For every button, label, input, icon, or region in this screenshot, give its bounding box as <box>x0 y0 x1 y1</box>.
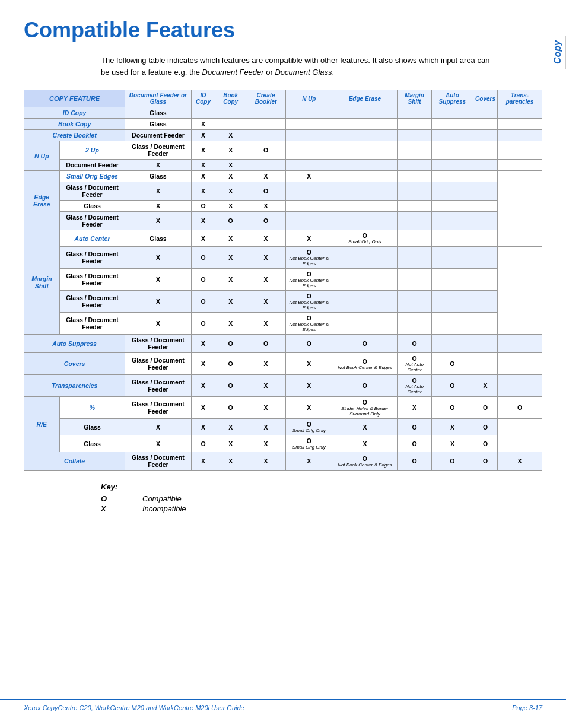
cell-value: X <box>246 435 285 452</box>
cell-value: O <box>246 335 285 353</box>
cell-value <box>473 212 498 230</box>
col-header-margin-shift: Margin Shift <box>398 90 431 107</box>
cell-value <box>191 107 215 119</box>
cell-value: X <box>215 130 246 141</box>
cell-value: X <box>191 230 215 247</box>
cell-value: X <box>246 397 285 419</box>
cell-value: X <box>215 313 246 335</box>
cell-value: ONot Book Center & Edges <box>286 313 332 335</box>
cell-value <box>246 119 285 130</box>
cell-value <box>398 230 431 247</box>
cell-value <box>431 269 473 291</box>
cell-value: O <box>473 397 498 419</box>
cell-value: X <box>246 353 285 375</box>
cell-value: O <box>191 201 215 212</box>
cell-value <box>398 130 431 141</box>
cell-value: X <box>215 201 246 212</box>
cell-value: ONot Book Center & Edges <box>332 353 398 375</box>
cell-feature1: Book Copy <box>24 119 125 130</box>
cell-value <box>431 247 473 269</box>
cell-value <box>498 353 542 375</box>
cell-value: Glass <box>125 107 191 119</box>
cell-value: O <box>473 419 498 435</box>
cell-value <box>332 171 398 182</box>
cell-value: Document Feeder <box>125 130 191 141</box>
cell-value <box>332 201 398 212</box>
cell-value <box>473 230 498 247</box>
table-row: Edge EraseSmall Orig EdgesGlassXXXX <box>24 171 542 182</box>
table-row: N Up2 UpGlass / Document FeederXXO <box>24 141 542 160</box>
cell-value: X <box>215 291 246 313</box>
page-title: Compatible Features <box>24 18 542 43</box>
table-row: R/E%Glass / Document FeederXOXXOBinder H… <box>24 397 542 419</box>
cell-value: O <box>398 435 431 452</box>
cell-value: Glass <box>125 230 191 247</box>
cell-value <box>431 201 473 212</box>
cell-value: O <box>215 397 246 419</box>
cell-value: X <box>125 419 191 435</box>
cell-value <box>473 201 498 212</box>
key-o-eq: = <box>119 494 142 503</box>
cell-value: O <box>398 335 431 353</box>
cell-value <box>431 313 473 335</box>
cell-value: X <box>191 353 215 375</box>
cell-value: O <box>191 247 215 269</box>
key-row-o: O = Compatible <box>101 494 465 503</box>
cell-value <box>473 313 498 335</box>
cell-value: O <box>191 269 215 291</box>
cell-value: Glass / Document Feeder <box>125 141 191 160</box>
cell-value <box>431 171 473 182</box>
cell-value: ONot Book Center & Edges <box>332 452 398 471</box>
cell-value: Glass / Document Feeder <box>59 269 125 291</box>
cell-value: X <box>286 397 332 419</box>
cell-value: X <box>215 182 246 201</box>
cell-value: O <box>431 452 473 471</box>
cell-value <box>473 141 498 160</box>
cell-value <box>398 201 431 212</box>
cell-value: X <box>246 452 285 471</box>
cell-value: X <box>246 171 285 182</box>
cell-feature1: Collate <box>24 452 125 471</box>
cell-feature2: % <box>59 397 125 419</box>
cell-value <box>473 291 498 313</box>
cell-value: X <box>191 452 215 471</box>
cell-value: Glass <box>59 435 125 452</box>
cell-value <box>246 130 285 141</box>
cell-value <box>332 141 398 160</box>
cell-value: X <box>246 269 285 291</box>
cell-value <box>473 107 498 119</box>
table-row: Glass / Document FeederXOXXONot Book Cen… <box>24 247 542 269</box>
cell-value: Glass / Document Feeder <box>59 313 125 335</box>
key-row-x: X = Incompatible <box>101 504 465 513</box>
cell-value <box>332 313 398 335</box>
cell-value <box>332 107 398 119</box>
table-row: Create BookletDocument FeederXX <box>24 130 542 141</box>
cell-feature1: Edge Erase <box>24 171 60 230</box>
col-header-book-copy: Book Copy <box>215 90 246 107</box>
cell-value: O <box>473 435 498 452</box>
cell-value: X <box>286 375 332 397</box>
key-x-eq: = <box>119 504 142 513</box>
cell-value: X <box>498 452 542 471</box>
table-wrapper: COPY FEATURE Document Feeder or Glass ID… <box>24 90 542 471</box>
cell-value: X <box>125 212 191 230</box>
cell-value: X <box>191 171 215 182</box>
table-row: Book CopyGlassX <box>24 119 542 130</box>
cell-value: O <box>191 435 215 452</box>
cell-value <box>498 130 542 141</box>
footer-left: Xerox CopyCentre C20, WorkCentre M20 and… <box>24 704 244 711</box>
cell-value: Glass / Document Feeder <box>125 397 191 419</box>
cell-value <box>473 182 498 201</box>
cell-value: X <box>215 419 246 435</box>
cell-value: O <box>215 375 246 397</box>
cell-value <box>398 313 431 335</box>
col-header-edge-erase: Edge Erase <box>332 90 398 107</box>
cell-value: O <box>498 397 542 419</box>
cell-value: X <box>191 397 215 419</box>
cell-value: Glass / Document Feeder <box>59 212 125 230</box>
cell-value: X <box>125 247 191 269</box>
cell-value <box>498 335 542 353</box>
cell-value: X <box>191 375 215 397</box>
cell-value <box>498 171 542 182</box>
footer: Xerox CopyCentre C20, WorkCentre M20 and… <box>0 699 566 716</box>
